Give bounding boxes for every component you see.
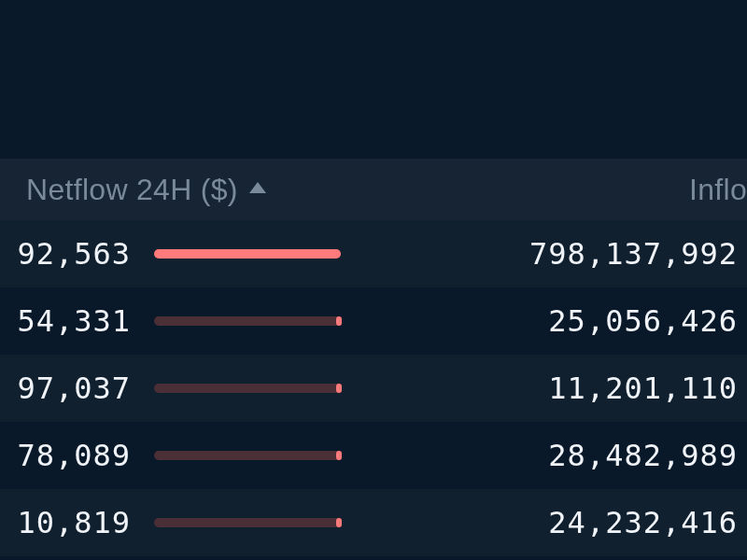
table-header-row: Netflow 24H ($) Inflo xyxy=(0,159,747,220)
netflow-bar-fill xyxy=(336,518,342,527)
netflow-bar xyxy=(154,518,341,527)
netflow-bar xyxy=(154,316,341,326)
sort-ascending-icon xyxy=(249,182,266,193)
netflow-value: 97,037 xyxy=(17,371,131,406)
netflow-bar-fill xyxy=(336,451,342,460)
netflow-value: 10,819 xyxy=(17,505,131,540)
table-row[interactable]: 10,819 24,232,416 xyxy=(0,489,747,556)
netflow-bar xyxy=(154,451,341,460)
column-header-inflow[interactable]: Inflo xyxy=(689,173,747,207)
table-row[interactable]: 54,331 25,056,426 xyxy=(0,287,747,355)
column-header-netflow-label: Netflow 24H ($) xyxy=(26,173,238,207)
inflow-value: 11,201,110 xyxy=(548,371,738,406)
netflow-value: 92,563 xyxy=(17,236,131,272)
netflow-value: 78,089 xyxy=(17,438,131,473)
netflow-value: 54,331 xyxy=(17,303,131,339)
column-header-netflow[interactable]: Netflow 24H ($) xyxy=(26,173,266,207)
inflow-value: 798,137,992 xyxy=(529,236,738,272)
table-row[interactable]: 92,563 798,137,992 xyxy=(0,220,747,287)
table-body: 92,563 798,137,992 54,331 25,056,426 97,… xyxy=(0,220,747,556)
netflow-bar xyxy=(154,249,341,259)
inflow-value: 24,232,416 xyxy=(548,505,738,540)
inflow-value: 25,056,426 xyxy=(548,303,738,339)
column-header-inflow-label: Inflo xyxy=(689,173,747,206)
inflow-value: 28,482,989 xyxy=(548,438,738,473)
netflow-bar-fill xyxy=(154,249,341,259)
netflow-bar-fill xyxy=(336,316,342,326)
netflow-bar-fill xyxy=(336,384,342,393)
table-row[interactable]: 78,089 28,482,989 xyxy=(0,422,747,489)
table-row[interactable]: 97,037 11,201,110 xyxy=(0,355,747,422)
netflow-bar xyxy=(154,384,341,393)
